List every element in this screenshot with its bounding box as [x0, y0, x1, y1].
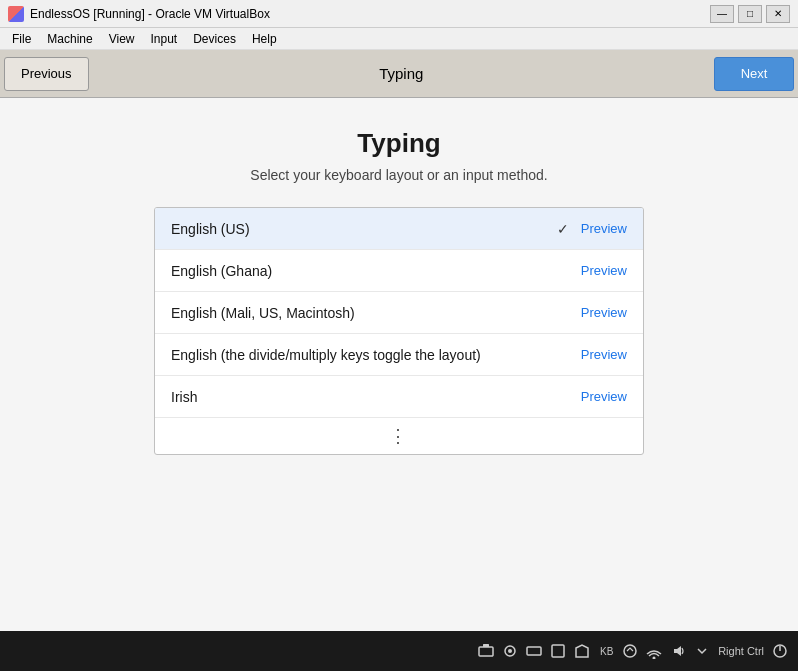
layout-name-3: English (the divide/multiply keys toggle… — [171, 347, 581, 363]
tray-icon-1 — [476, 641, 496, 661]
sound-icon — [668, 641, 688, 661]
svg-rect-0 — [479, 647, 493, 656]
next-button[interactable]: Next — [714, 57, 794, 91]
menu-input[interactable]: Input — [143, 30, 186, 48]
layout-row-1[interactable]: English (Ghana) Preview — [155, 250, 643, 292]
tray-icon-3 — [524, 641, 544, 661]
maximize-button[interactable]: □ — [738, 5, 762, 23]
tray-icon-4 — [548, 641, 568, 661]
nav-title: Typing — [379, 65, 423, 82]
layout-row-2[interactable]: English (Mali, US, Macintosh) Preview — [155, 292, 643, 334]
menu-view[interactable]: View — [101, 30, 143, 48]
menu-machine[interactable]: Machine — [39, 30, 100, 48]
window-controls: — □ ✕ — [710, 5, 790, 23]
main-content: Typing Select your keyboard layout or an… — [0, 98, 798, 631]
taskbar-system-icons: KB — [476, 641, 712, 661]
tray-icon-7 — [620, 641, 640, 661]
close-button[interactable]: ✕ — [766, 5, 790, 23]
svg-text:KB: KB — [600, 646, 614, 657]
layout-row-3[interactable]: English (the divide/multiply keys toggle… — [155, 334, 643, 376]
layout-name-1: English (Ghana) — [171, 263, 581, 279]
more-dots: ⋮ — [389, 425, 409, 447]
preview-link-0[interactable]: Preview — [581, 221, 627, 236]
check-mark-0: ✓ — [557, 221, 569, 237]
svg-point-8 — [653, 657, 656, 660]
svg-rect-4 — [527, 647, 541, 655]
menu-bar: File Machine View Input Devices Help — [0, 28, 798, 50]
preview-link-3[interactable]: Preview — [581, 347, 627, 362]
svg-rect-1 — [483, 644, 489, 647]
menu-devices[interactable]: Devices — [185, 30, 244, 48]
svg-point-3 — [508, 649, 512, 653]
previous-button[interactable]: Previous — [4, 57, 89, 91]
nav-bar: Previous Typing Next — [0, 50, 798, 98]
layout-name-0: English (US) — [171, 221, 557, 237]
page-heading: Typing — [357, 128, 440, 159]
app-icon — [8, 6, 24, 22]
menu-file[interactable]: File — [4, 30, 39, 48]
window-title: EndlessOS [Running] - Oracle VM VirtualB… — [30, 7, 710, 21]
chevron-icon[interactable] — [692, 641, 712, 661]
preview-link-1[interactable]: Preview — [581, 263, 627, 278]
layout-list: English (US) ✓ Preview English (Ghana) P… — [154, 207, 644, 455]
more-row[interactable]: ⋮ — [155, 418, 643, 454]
network-icon — [644, 641, 664, 661]
title-bar: EndlessOS [Running] - Oracle VM VirtualB… — [0, 0, 798, 28]
tray-icon-2 — [500, 641, 520, 661]
page-subtitle: Select your keyboard layout or an input … — [250, 167, 547, 183]
right-ctrl-label: Right Ctrl — [718, 645, 764, 657]
svg-point-7 — [624, 645, 636, 657]
preview-link-4[interactable]: Preview — [581, 389, 627, 404]
tray-icon-6: KB — [596, 641, 616, 661]
layout-name-4: Irish — [171, 389, 581, 405]
preview-link-2[interactable]: Preview — [581, 305, 627, 320]
minimize-button[interactable]: — — [710, 5, 734, 23]
layout-name-2: English (Mali, US, Macintosh) — [171, 305, 581, 321]
power-icon[interactable] — [770, 641, 790, 661]
layout-row-0[interactable]: English (US) ✓ Preview — [155, 208, 643, 250]
layout-row-4[interactable]: Irish Preview — [155, 376, 643, 418]
svg-rect-5 — [552, 645, 564, 657]
taskbar: KB Right Ctrl — [0, 631, 798, 671]
menu-help[interactable]: Help — [244, 30, 285, 48]
tray-icon-5 — [572, 641, 592, 661]
